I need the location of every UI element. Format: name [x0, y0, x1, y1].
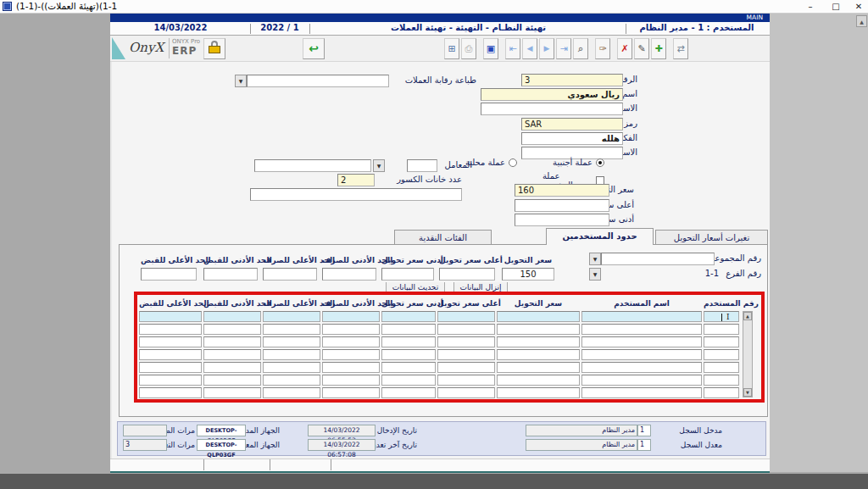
table-cell[interactable] — [263, 387, 320, 398]
table-cell[interactable] — [497, 362, 580, 373]
table-cell[interactable] — [139, 362, 202, 373]
group-number-field[interactable] — [601, 253, 715, 265]
table-cell[interactable] — [381, 324, 436, 335]
table-cell[interactable] — [263, 311, 320, 322]
foreign-name-field[interactable] — [481, 103, 623, 115]
table-cell[interactable] — [497, 375, 580, 386]
delete-icon[interactable]: ✗ — [617, 38, 632, 59]
min-rate-field[interactable] — [515, 214, 609, 226]
table-cell[interactable] — [203, 311, 261, 322]
table-cell[interactable] — [704, 387, 739, 398]
branch-min-receive-field[interactable] — [203, 268, 258, 281]
table-cell[interactable] — [203, 324, 261, 335]
rate-field[interactable]: 160 — [515, 184, 609, 197]
table-cell[interactable] — [203, 349, 261, 360]
table-cell[interactable] — [704, 324, 739, 335]
load-data-button[interactable]: إنزال البيانات — [453, 282, 508, 293]
table-cell[interactable] — [263, 336, 320, 347]
table-cell[interactable] — [203, 387, 261, 398]
table-cell[interactable] — [704, 362, 739, 373]
tab-cash-denominations[interactable]: الفئات النقدية — [394, 230, 492, 245]
table-cell[interactable] — [203, 336, 261, 347]
table-cell[interactable] — [263, 362, 320, 373]
save-icon[interactable]: ▣ — [483, 38, 498, 59]
table-cell[interactable] — [581, 349, 702, 360]
decimals-field[interactable]: 2 — [337, 174, 375, 186]
table-cell[interactable] — [581, 362, 702, 373]
transfer-icon[interactable]: ⇄ — [673, 38, 688, 59]
table-cell[interactable] — [263, 375, 320, 386]
last-record-icon[interactable]: ⇥ — [556, 38, 571, 59]
table-cell[interactable] — [139, 324, 202, 335]
table-cell[interactable] — [581, 336, 702, 347]
table-cell[interactable] — [437, 362, 495, 373]
previous-record-icon[interactable]: ◀ — [522, 38, 537, 59]
tab-rate-changes[interactable]: تغيرات أسعار التحويل — [655, 230, 768, 245]
table-cell[interactable] — [497, 311, 580, 322]
table-cell[interactable] — [322, 336, 380, 347]
table-cell[interactable] — [322, 324, 380, 335]
table-cell[interactable] — [437, 324, 495, 335]
table-cell[interactable] — [437, 387, 495, 398]
table-cell[interactable] — [322, 375, 380, 386]
table-cell[interactable] — [381, 336, 436, 347]
undo-button[interactable]: ↩ — [303, 38, 325, 59]
branch-max-pay-field[interactable] — [263, 268, 317, 281]
factor-code-field[interactable] — [407, 159, 437, 172]
close-button[interactable]: ✕ — [849, 0, 868, 14]
table-cell[interactable] — [497, 336, 580, 347]
foreign-currency-radio[interactable]: عملة أجنبية — [545, 158, 604, 167]
table-cell[interactable] — [263, 324, 320, 335]
table-cell[interactable] — [704, 349, 739, 360]
table-cell[interactable] — [381, 349, 436, 360]
edit-icon[interactable]: ✎ — [634, 38, 649, 59]
table-cell[interactable] — [322, 387, 380, 398]
search-icon[interactable]: ⌕ — [573, 38, 588, 59]
table-cell[interactable] — [139, 336, 202, 347]
table-cell[interactable] — [497, 324, 580, 335]
table-cell[interactable] — [437, 349, 495, 360]
table-cell[interactable] — [263, 349, 320, 360]
stamp-icon[interactable]: ✑ — [595, 38, 610, 59]
table-cell[interactable]: I — [704, 311, 739, 322]
table-cell[interactable] — [203, 375, 261, 386]
branch-max-rate-field[interactable] — [439, 268, 495, 281]
lock-button[interactable] — [203, 38, 225, 59]
branch-max-receive-field[interactable] — [141, 268, 197, 281]
branch-min-rate-field[interactable] — [381, 268, 434, 281]
add-icon[interactable]: ✚ — [651, 38, 666, 59]
table-cell[interactable] — [581, 375, 702, 386]
number-field[interactable]: 3 — [521, 74, 623, 86]
hierarchy-icon[interactable]: ⊞ — [444, 38, 459, 59]
tab-user-limits[interactable]: حدود المستخدمين — [546, 228, 654, 245]
next-record-icon[interactable]: ▶ — [539, 38, 554, 59]
fraction-field[interactable]: هلله — [521, 132, 623, 145]
first-record-icon[interactable]: ⇤ — [505, 38, 520, 59]
table-cell[interactable] — [497, 349, 580, 360]
branch-number-dropdown-icon[interactable]: ▼ — [589, 268, 601, 281]
table-cell[interactable] — [139, 375, 202, 386]
maximize-button[interactable]: □ — [824, 0, 848, 14]
table-cell[interactable] — [139, 387, 202, 398]
table-cell[interactable] — [203, 362, 261, 373]
table-cell[interactable] — [381, 362, 436, 373]
group-number-dropdown-icon[interactable]: ▼ — [589, 253, 601, 265]
currency-name-field[interactable]: ريال سعودي — [481, 88, 623, 101]
table-cell[interactable] — [581, 311, 702, 322]
currency-code-field[interactable]: SAR — [521, 118, 623, 131]
table-cell[interactable] — [581, 387, 702, 398]
max-rate-field[interactable] — [515, 199, 609, 212]
print-icon[interactable]: ⎙ — [461, 38, 476, 59]
factor-name-field[interactable] — [254, 159, 371, 172]
update-data-button[interactable]: تحديث البيانات — [386, 282, 445, 293]
table-cell[interactable] — [581, 324, 702, 335]
table-cell[interactable] — [704, 336, 739, 347]
table-cell[interactable] — [139, 349, 202, 360]
scroll-down-icon[interactable]: ▼ — [743, 388, 752, 397]
table-cell[interactable] — [437, 375, 495, 386]
branch-min-pay-field[interactable] — [322, 268, 376, 281]
minimize-button[interactable]: – — [798, 0, 822, 14]
pos-rate-field[interactable] — [250, 188, 462, 201]
factor-dropdown-icon[interactable]: ▼ — [373, 159, 385, 172]
table-cell[interactable] — [497, 387, 580, 398]
